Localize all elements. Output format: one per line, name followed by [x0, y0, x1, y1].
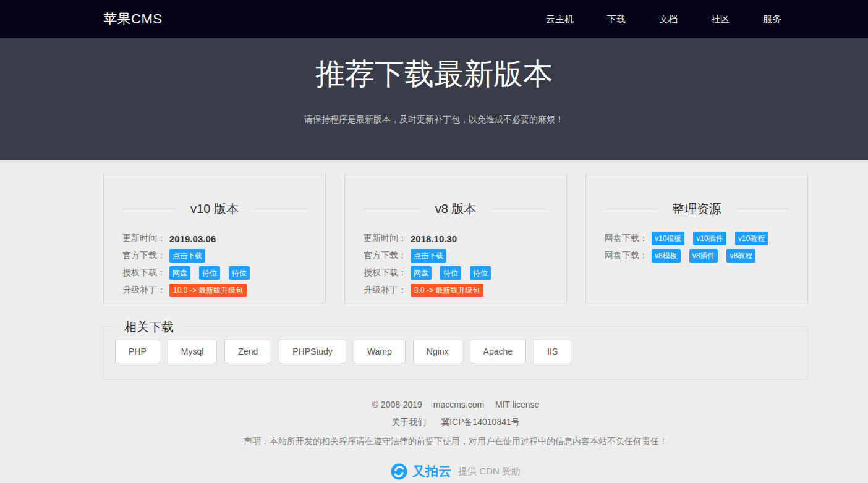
card-title-text: v8 版本 — [420, 201, 491, 217]
title-line-right — [736, 209, 789, 209]
card-row: 升级补丁：8.0 -> 最新版升级包 — [364, 284, 548, 297]
sponsor-brand[interactable]: 又拍云 — [412, 463, 451, 480]
card-resources: 整理资源网盘下载：v10模板v10插件v10教程网盘下载：v8模板v8插件v8教… — [585, 174, 808, 303]
card-row: 授权下载：网盘待位待位 — [364, 266, 548, 280]
related-button-wamp[interactable]: Wamp — [354, 340, 406, 363]
copyright-line: © 2008-2019 maccms.com MIT license — [103, 400, 808, 410]
hero-banner: 推荐下载最新版本 请保持程序是最新版本，及时更新补丁包，以免造成不必要的麻烦！ — [0, 38, 868, 160]
download-button[interactable]: 待位 — [440, 266, 461, 280]
about-us-link[interactable]: 关于我们 — [391, 417, 426, 427]
card-title: v10 版本 — [122, 201, 307, 217]
download-button[interactable]: v8教程 — [726, 249, 755, 262]
sponsor-text: 提供 CDN 赞助 — [458, 466, 521, 477]
nav-item-cloud-host[interactable]: 云主机 — [529, 0, 590, 38]
card-v10: v10 版本更新时间：2019.03.06官方下载：点击下载授权下载：网盘待位待… — [103, 174, 326, 303]
nav-item-service[interactable]: 服务 — [746, 0, 798, 38]
title-line-left — [605, 209, 657, 209]
icp-number: 冀ICP备14010841号 — [441, 417, 520, 427]
related-button-php[interactable]: PHP — [115, 340, 160, 363]
card-row: 更新时间：2018.10.30 — [364, 232, 548, 245]
card-row: 授权下载：网盘待位待位 — [122, 266, 307, 280]
copyright-license: MIT license — [495, 400, 539, 410]
download-button[interactable]: v8模板 — [652, 249, 681, 262]
related-downloads-title: 相关下载 — [116, 319, 182, 335]
row-label: 更新时间： — [122, 233, 166, 244]
download-button[interactable]: 10.0 -> 最新版升级包 — [169, 284, 247, 297]
download-button[interactable]: v10插件 — [693, 232, 726, 245]
related-button-zend[interactable]: Zend — [224, 340, 271, 363]
card-rows: 更新时间：2018.10.30官方下载：点击下载授权下载：网盘待位待位升级补丁：… — [364, 232, 548, 297]
navbar: 苹果CMS 云主机下载文档社区服务 — [0, 0, 868, 38]
download-button[interactable]: 点击下载 — [411, 249, 446, 262]
footer: © 2008-2019 maccms.com MIT license 关于我们 … — [103, 400, 808, 483]
download-button[interactable]: 待位 — [199, 266, 220, 280]
title-line-right — [491, 209, 548, 209]
download-button[interactable]: v10教程 — [735, 232, 768, 245]
related-button-mysql[interactable]: Mysql — [168, 340, 218, 363]
site-logo[interactable]: 苹果CMS — [103, 10, 162, 28]
copyright-year: © 2008-2019 — [372, 400, 422, 410]
footer-links-line: 关于我们 冀ICP备14010841号 — [103, 417, 808, 428]
row-label: 官方下载： — [364, 250, 407, 261]
download-button[interactable]: 待位 — [470, 266, 491, 280]
disclaimer: 声明：本站所开发的相关程序请在遵守法律的前提下使用，对用户在使用过程中的信息内容… — [103, 436, 808, 447]
title-line-left — [122, 209, 176, 209]
cards-row: v10 版本更新时间：2019.03.06官方下载：点击下载授权下载：网盘待位待… — [103, 174, 808, 303]
row-label: 授权下载： — [364, 267, 407, 279]
hero-title: 推荐下载最新版本 — [0, 38, 868, 91]
nav-item-community[interactable]: 社区 — [694, 0, 746, 38]
upyun-logo-icon[interactable] — [391, 463, 407, 480]
row-label: 授权下载： — [122, 267, 166, 279]
card-row: 升级补丁：10.0 -> 最新版升级包 — [122, 284, 307, 297]
download-button[interactable]: 网盘 — [169, 266, 190, 280]
row-value: 2019.03.06 — [169, 233, 216, 244]
card-title: v8 版本 — [364, 201, 548, 217]
card-title: 整理资源 — [605, 201, 789, 217]
download-button[interactable]: v8插件 — [689, 249, 718, 262]
nav-item-docs[interactable]: 文档 — [642, 0, 694, 38]
nav-item-download[interactable]: 下载 — [590, 0, 642, 38]
row-label: 网盘下载： — [605, 233, 648, 244]
title-line-left — [364, 209, 420, 209]
card-row: 官方下载：点击下载 — [364, 249, 548, 262]
card-rows: 更新时间：2019.03.06官方下载：点击下载授权下载：网盘待位待位升级补丁：… — [122, 232, 307, 297]
card-row: 网盘下载：v8模板v8插件v8教程 — [605, 249, 789, 262]
related-downloads-field: 相关下载 PHPMysqlZendPHPStudyWampNginxApache… — [103, 326, 808, 380]
download-button[interactable]: 8.0 -> 最新版升级包 — [411, 284, 483, 297]
row-label: 网盘下载： — [605, 250, 648, 261]
related-buttons: PHPMysqlZendPHPStudyWampNginxApacheIIS — [115, 340, 796, 363]
card-rows: 网盘下载：v10模板v10插件v10教程网盘下载：v8模板v8插件v8教程 — [605, 232, 789, 262]
row-label: 升级补丁： — [122, 285, 166, 296]
download-button[interactable]: v10模板 — [652, 232, 684, 245]
sponsor-bar: 又拍云 提供 CDN 赞助 — [103, 463, 808, 483]
related-button-nginx[interactable]: Nginx — [413, 340, 462, 363]
download-button[interactable]: 点击下载 — [169, 249, 205, 262]
related-button-apache[interactable]: Apache — [470, 340, 526, 363]
copyright-site[interactable]: maccms.com — [433, 400, 484, 410]
card-row: 更新时间：2019.03.06 — [122, 232, 307, 245]
related-button-iis[interactable]: IIS — [534, 340, 571, 363]
related-button-phpstudy[interactable]: PHPStudy — [279, 340, 346, 363]
download-button[interactable]: 网盘 — [411, 266, 432, 280]
card-v8: v8 版本更新时间：2018.10.30官方下载：点击下载授权下载：网盘待位待位… — [344, 174, 567, 303]
hero-subtitle: 请保持程序是最新版本，及时更新补丁包，以免造成不必要的麻烦！ — [0, 114, 868, 125]
card-title-text: 整理资源 — [657, 201, 736, 217]
title-line-right — [253, 209, 307, 209]
main-content: v10 版本更新时间：2019.03.06官方下载：点击下载授权下载：网盘待位待… — [103, 174, 808, 483]
row-label: 升级补丁： — [364, 285, 407, 296]
card-row: 官方下载：点击下载 — [122, 249, 307, 262]
navbar-menu: 云主机下载文档社区服务 — [529, 0, 798, 38]
row-value: 2018.10.30 — [411, 233, 457, 244]
row-label: 官方下载： — [122, 250, 166, 261]
card-row: 网盘下载：v10模板v10插件v10教程 — [605, 232, 789, 245]
card-title-text: v10 版本 — [176, 201, 253, 217]
row-label: 更新时间： — [364, 233, 407, 244]
download-button[interactable]: 待位 — [229, 266, 250, 280]
